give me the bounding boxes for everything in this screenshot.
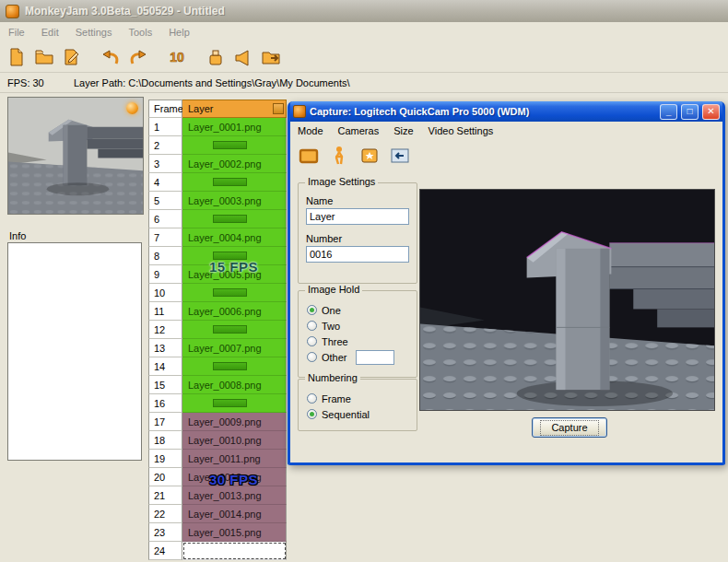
frame-number-cell[interactable]: 20 bbox=[148, 468, 182, 486]
new-icon[interactable] bbox=[4, 44, 29, 69]
fps-status: FPS: 30 bbox=[7, 77, 44, 88]
number-input[interactable] bbox=[306, 246, 409, 263]
frame-number-cell[interactable]: 14 bbox=[148, 357, 182, 376]
redo-icon[interactable] bbox=[125, 44, 150, 69]
hold-frame-bar bbox=[213, 141, 247, 149]
layer-cell[interactable] bbox=[182, 394, 287, 413]
menu-mode[interactable]: Mode bbox=[290, 125, 331, 136]
layer-cell[interactable]: Layer_0007.png bbox=[182, 339, 287, 357]
layer-cell[interactable]: Layer_0011.png bbox=[182, 450, 287, 468]
frame-number-cell[interactable]: 13 bbox=[148, 339, 182, 357]
radio-two[interactable]: Two bbox=[307, 318, 417, 334]
layer-cell[interactable]: Layer_0013.png bbox=[182, 486, 287, 505]
layer-cell[interactable]: Layer_0009.png bbox=[182, 413, 287, 431]
radio-three[interactable]: Three bbox=[307, 334, 417, 349]
layer-cell[interactable]: Layer_0006.png bbox=[182, 302, 287, 321]
open-icon[interactable] bbox=[31, 44, 56, 69]
ten-icon[interactable]: 10 bbox=[164, 44, 189, 69]
export-icon[interactable] bbox=[258, 44, 283, 69]
radio-frame[interactable]: Frame bbox=[307, 391, 417, 406]
exposure-row: 23Layer_0015.png bbox=[148, 523, 288, 542]
onion-skin-icon[interactable] bbox=[327, 144, 351, 168]
frame-number-cell[interactable]: 5 bbox=[148, 192, 182, 210]
frame-number-cell[interactable]: 1 bbox=[148, 118, 182, 136]
layer-cell[interactable]: Layer_0008.png bbox=[182, 376, 287, 394]
other-hold-input[interactable] bbox=[356, 350, 394, 365]
capture-image-icon[interactable] bbox=[358, 144, 382, 168]
svg-text:10: 10 bbox=[170, 50, 184, 64]
frame-column-header: Frame bbox=[148, 100, 182, 118]
layer-cell[interactable]: Layer_0003.png bbox=[182, 192, 287, 210]
frame-number-cell[interactable]: 7 bbox=[148, 228, 182, 247]
capture-window-icon bbox=[293, 105, 306, 118]
radio-other[interactable]: Other bbox=[307, 349, 417, 365]
fps30-annotation: 30 FPS bbox=[209, 472, 258, 487]
video-feed bbox=[419, 189, 715, 411]
horn-icon[interactable] bbox=[230, 44, 255, 69]
frame-mode-icon[interactable] bbox=[297, 144, 321, 168]
radio-one[interactable]: One bbox=[307, 302, 417, 318]
radio-sequential[interactable]: Sequential bbox=[307, 406, 417, 422]
layer-cell[interactable] bbox=[182, 321, 287, 339]
layer-cell[interactable]: Layer_0010.png bbox=[182, 431, 287, 450]
undo-icon[interactable] bbox=[98, 44, 123, 69]
save-icon[interactable] bbox=[59, 44, 84, 69]
exposure-row: 3Layer_0002.png bbox=[148, 155, 288, 173]
layer-header-button[interactable] bbox=[273, 103, 284, 114]
exposure-row: 21Layer_0013.png bbox=[148, 486, 288, 505]
layer-cell[interactable]: Layer_0002.png bbox=[182, 155, 287, 173]
layer-cell[interactable] bbox=[182, 284, 287, 302]
frame-number-cell[interactable]: 24 bbox=[148, 542, 182, 560]
frame-number-cell[interactable]: 22 bbox=[148, 505, 182, 523]
menu-cameras[interactable]: Cameras bbox=[331, 125, 387, 136]
layer-cell[interactable]: Layer_0014.png bbox=[182, 505, 287, 523]
capture-button[interactable]: Capture bbox=[532, 417, 607, 438]
menu-size[interactable]: Size bbox=[386, 125, 420, 136]
layer-column-header[interactable]: Layer bbox=[182, 100, 287, 118]
menu-help[interactable]: Help bbox=[160, 27, 198, 38]
maximize-button[interactable]: □ bbox=[681, 104, 699, 120]
frame-number-cell[interactable]: 23 bbox=[148, 523, 182, 542]
layer-cell[interactable]: Layer_0001.png bbox=[182, 118, 287, 136]
frame-number-cell[interactable]: 16 bbox=[148, 394, 182, 413]
menu-tools[interactable]: Tools bbox=[120, 27, 160, 38]
layer-cell[interactable]: Layer_0004.png bbox=[182, 228, 287, 247]
frame-number-cell[interactable]: 18 bbox=[148, 431, 182, 450]
frame-number-cell[interactable]: 4 bbox=[148, 173, 182, 192]
frame-number-cell[interactable]: 8 bbox=[148, 247, 182, 265]
frame-number-cell[interactable]: 17 bbox=[148, 413, 182, 431]
flip-icon[interactable] bbox=[388, 144, 412, 168]
layer-cell[interactable]: Layer_0015.png bbox=[182, 523, 287, 542]
layer-cell[interactable] bbox=[182, 357, 287, 376]
frame-number-cell[interactable]: 19 bbox=[148, 450, 182, 468]
exposure-row: 7Layer_0004.png bbox=[148, 228, 288, 247]
frame-number-cell[interactable]: 6 bbox=[148, 210, 182, 228]
frame-number-cell[interactable]: 21 bbox=[148, 486, 182, 505]
frame-number-cell[interactable]: 12 bbox=[148, 321, 182, 339]
frame-number-cell[interactable]: 3 bbox=[148, 155, 182, 173]
main-window-title: MonkeyJam 3.0Beta_050529 - Untitled bbox=[25, 5, 225, 18]
menu-file[interactable]: File bbox=[0, 27, 33, 38]
name-input[interactable] bbox=[306, 208, 409, 225]
layer-cell[interactable] bbox=[182, 136, 287, 155]
frame-number-cell[interactable]: 9 bbox=[148, 265, 182, 284]
menu-edit[interactable]: Edit bbox=[33, 27, 67, 38]
frame-number-cell[interactable]: 2 bbox=[148, 136, 182, 155]
layer-header-label: Layer bbox=[188, 103, 214, 114]
frame-number-cell[interactable]: 10 bbox=[148, 284, 182, 302]
capture-button-label: Capture bbox=[540, 420, 598, 436]
layer-cell[interactable] bbox=[182, 542, 287, 560]
close-button[interactable]: ✕ bbox=[702, 104, 720, 120]
frame-number-cell[interactable]: 11 bbox=[148, 302, 182, 321]
menu-video-settings[interactable]: Video Settings bbox=[421, 125, 501, 136]
layer-cell[interactable] bbox=[182, 210, 287, 228]
capture-titlebar[interactable]: Capture: Logitech QuickCam Pro 5000 (WDM… bbox=[290, 101, 722, 122]
ink-icon[interactable] bbox=[203, 44, 228, 69]
radio-circle-icon bbox=[307, 336, 317, 346]
layer-cell[interactable] bbox=[182, 173, 287, 192]
minimize-button[interactable]: _ bbox=[660, 104, 677, 120]
layer-filename: Layer_0009.png bbox=[188, 416, 262, 427]
menu-settings[interactable]: Settings bbox=[67, 27, 121, 38]
video-lego-scene bbox=[420, 190, 714, 410]
frame-number-cell[interactable]: 15 bbox=[148, 376, 182, 394]
